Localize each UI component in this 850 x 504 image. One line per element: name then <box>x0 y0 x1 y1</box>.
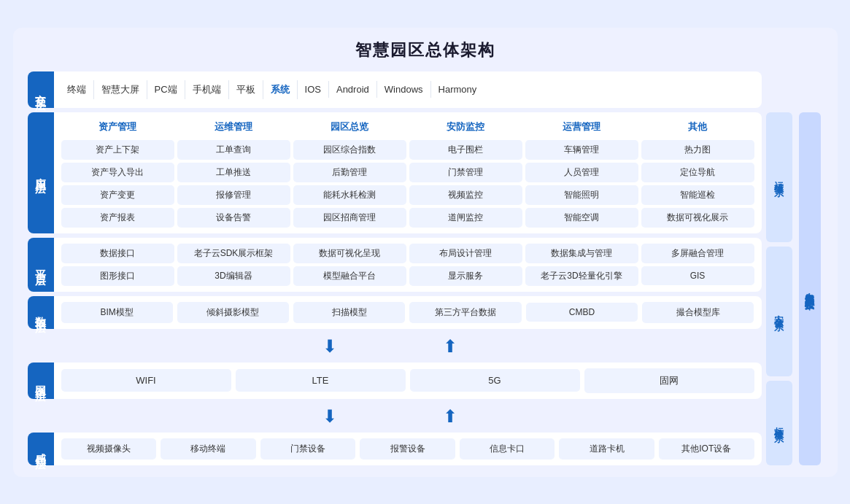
app-cell: 数据可视化展示 <box>641 208 754 228</box>
ganzhi-cell: 移动终端 <box>161 438 256 460</box>
platform-cell: 多屏融合管理 <box>641 244 754 263</box>
platform-cols: 数据接口图形接口老子云SDK展示框架3D编辑器数据可视化呈现模型融合平台布局设计… <box>61 244 754 286</box>
wangluo-content: WIFILTE5G固网 <box>54 363 762 399</box>
platform-cell: 3D编辑器 <box>177 266 290 286</box>
main-container: 智慧园区总体架构 交互层 终端智慧大屏PC端手机端平板系统IOSAndroidW… <box>13 28 838 477</box>
app-col: 电子围栏门禁管理视频监控道闸监控 <box>409 140 522 228</box>
app-cell: 园区综合指数 <box>293 140 406 160</box>
app-col: 园区综合指数后勤管理能耗水耗检测园区招商管理 <box>293 140 406 228</box>
app-cell: 电子围栏 <box>409 140 522 160</box>
shuju-cell: 倾斜摄影模型 <box>177 302 289 323</box>
pingtai-content: 数据接口图形接口老子云SDK展示框架3D编辑器数据可视化呈现模型融合平台布局设计… <box>54 238 762 292</box>
jiaohu-items: 终端智慧大屏PC端手机端平板系统IOSAndroidWindowsHarmony <box>54 76 762 104</box>
shuju-content: BIM模型倾斜摄影模型扫描模型第三方平台数据CMBD撮合模型库 <box>54 296 762 329</box>
shuju-items: BIM模型倾斜摄影模型扫描模型第三方平台数据CMBD撮合模型库 <box>61 302 754 323</box>
app-cell: 视频监控 <box>409 185 522 205</box>
platform-col: 多屏融合管理GIS <box>641 244 754 286</box>
page-title: 智慧园区总体架构 <box>28 39 823 61</box>
jiaohu-item[interactable]: 系统 <box>263 80 298 99</box>
shuju-cell: 第三方平台数据 <box>409 302 521 323</box>
wangluo-cell: LTE <box>236 369 406 392</box>
jiaohu-item[interactable]: 平板 <box>229 80 263 99</box>
app-cell: 热力图 <box>641 140 754 160</box>
right-label-biaozhun: 标准体系 <box>766 381 792 465</box>
shuju-cell: CMBD <box>526 303 638 322</box>
app-header: 其他 <box>641 118 754 136</box>
app-cell: 后勤管理 <box>293 163 406 182</box>
wangluo-cell: 5G <box>410 369 580 392</box>
ganzhi-content: 视频摄像头移动终端门禁设备报警设备信息卡口道路卡机其他IOT设备 <box>54 433 762 465</box>
ganzhi-row: 感知层 视频摄像头移动终端门禁设备报警设备信息卡口道路卡机其他IOT设备 <box>28 433 762 465</box>
jiaohu-item[interactable]: Harmony <box>431 81 484 98</box>
platform-col: 数据接口图形接口 <box>61 244 174 286</box>
right-labels-panel: 运维体系 安全体系 标准体系 <box>766 112 792 465</box>
pingtai-label: 平台层 <box>28 238 54 292</box>
ganzhi-cell: 报警设备 <box>360 438 455 460</box>
jiaohu-item[interactable]: 终端 <box>60 80 94 99</box>
app-col: 热力图定位导航智能巡检数据可视化展示 <box>641 140 754 228</box>
wangluo-row: 网络层 WIFILTE5G固网 <box>28 363 762 399</box>
yingyong-row: 应用层 资产管理运维管理园区总览安防监控运营管理其他 资产上下架资产导入导出资产… <box>28 112 762 233</box>
jiaohu-item[interactable]: 智慧大屏 <box>94 80 147 99</box>
ganzhi-cell: 信息卡口 <box>460 438 555 460</box>
app-cell: 定位导航 <box>641 163 754 182</box>
platform-cell: GIS <box>641 266 754 285</box>
app-cell: 园区招商管理 <box>293 208 406 228</box>
app-cell: 报修管理 <box>177 185 290 205</box>
app-cell: 车辆管理 <box>525 140 638 160</box>
shuju-cell: 扫描模型 <box>293 302 405 323</box>
wangluo-cell: WIFI <box>61 369 231 392</box>
shuju-label: 数据层 <box>28 296 54 329</box>
yingyong-label: 应用层 <box>28 112 54 233</box>
app-headers: 资产管理运维管理园区总览安防监控运营管理其他 <box>61 118 754 136</box>
app-col: 工单查询工单推送报修管理设备告警 <box>177 140 290 228</box>
app-cell: 资产报表 <box>61 208 174 228</box>
arrow-down-1: ⬇ <box>322 336 337 357</box>
arrow-down-2: ⬇ <box>322 406 337 427</box>
app-cell: 资产上下架 <box>61 140 174 160</box>
app-col: 资产上下架资产导入导出资产变更资产报表 <box>61 140 174 228</box>
ganzhi-items: 视频摄像头移动终端门禁设备报警设备信息卡口道路卡机其他IOT设备 <box>61 438 754 460</box>
shuju-cell: 撮合模型库 <box>642 302 754 323</box>
platform-cell: 显示服务 <box>409 266 522 286</box>
platform-col: 数据集成与管理老子云3D轻量化引擎 <box>525 244 638 286</box>
ganzhi-label: 感知层 <box>28 433 54 465</box>
pingtai-row: 平台层 数据接口图形接口老子云SDK展示框架3D编辑器数据可视化呈现模型融合平台… <box>28 238 762 292</box>
app-cell: 工单推送 <box>177 163 290 182</box>
arrow-up-2: ⬆ <box>443 406 457 427</box>
app-col: 车辆管理人员管理智能照明智能空调 <box>525 140 638 228</box>
app-cell: 人员管理 <box>525 163 638 182</box>
app-cell: 能耗水耗检测 <box>293 185 406 205</box>
app-header: 运维管理 <box>177 118 290 136</box>
app-cell: 智能照明 <box>525 185 638 205</box>
app-cell: 智能空调 <box>525 208 638 228</box>
platform-cell: 老子云SDK展示框架 <box>177 244 290 263</box>
platform-col: 老子云SDK展示框架3D编辑器 <box>177 244 290 286</box>
platform-col: 数据可视化呈现模型融合平台 <box>293 244 406 286</box>
jiaohu-item[interactable]: Android <box>329 81 377 98</box>
jiaohu-item[interactable]: Windows <box>377 81 431 98</box>
jiaohu-label: 交互层 <box>28 71 54 108</box>
shuju-cell: BIM模型 <box>61 302 173 323</box>
arrow-up-1: ⬆ <box>443 336 457 357</box>
far-right-panel: 自主知识产权国产核心技术 <box>797 112 823 465</box>
arrows-1: ⬇ ⬆ <box>54 333 762 358</box>
arch-left-col: 交互层 终端智慧大屏PC端手机端平板系统IOSAndroidWindowsHar… <box>28 71 762 465</box>
wangluo-items: WIFILTE5G固网 <box>61 368 754 393</box>
app-header: 运营管理 <box>525 118 638 136</box>
platform-cell: 图形接口 <box>61 266 174 286</box>
platform-col: 布局设计管理显示服务 <box>409 244 522 286</box>
jiaohu-item[interactable]: 手机端 <box>185 80 229 99</box>
right-label-anquan: 安全体系 <box>766 247 792 376</box>
app-cols: 资产上下架资产导入导出资产变更资产报表工单查询工单推送报修管理设备告警园区综合指… <box>61 140 754 228</box>
ganzhi-cell: 视频摄像头 <box>61 438 157 460</box>
jiaohu-row: 交互层 终端智慧大屏PC端手机端平板系统IOSAndroidWindowsHar… <box>28 71 762 108</box>
app-cell: 门禁管理 <box>409 163 522 182</box>
jiaohu-item[interactable]: IOS <box>298 81 329 98</box>
app-cell: 智能巡检 <box>641 185 754 205</box>
app-cell: 资产变更 <box>61 185 174 205</box>
ganzhi-cell: 其他IOT设备 <box>659 438 754 460</box>
app-cell: 资产导入导出 <box>61 163 174 182</box>
app-cell: 工单查询 <box>177 140 290 160</box>
jiaohu-item[interactable]: PC端 <box>147 80 185 99</box>
